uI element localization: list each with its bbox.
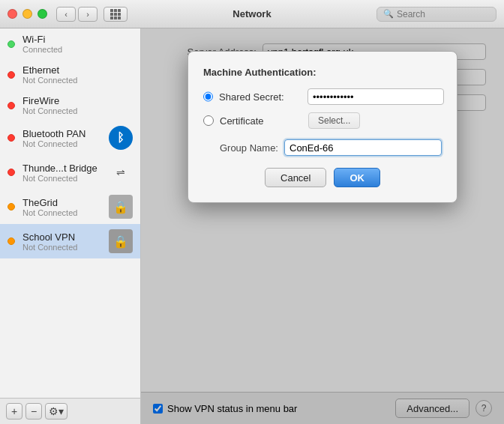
sidebar-item-name-thunderbolt: Thunde...t Bridge xyxy=(22,163,109,174)
grid-icon xyxy=(110,9,121,19)
title-bar: ‹ › Network 🔍 xyxy=(0,0,504,28)
sidebar-item-status-firewire: Not Connected xyxy=(22,106,133,115)
search-icon: 🔍 xyxy=(383,9,394,19)
sidebar-item-name-firewire: FireWire xyxy=(22,95,133,106)
certificate-radio[interactable] xyxy=(203,115,214,126)
status-dot-school-vpn xyxy=(8,237,15,245)
remove-button[interactable]: − xyxy=(26,403,42,420)
sidebar-item-status-bluetooth: Not Connected xyxy=(22,139,109,148)
group-name-input[interactable] xyxy=(284,139,442,156)
sidebar-item-status-ethernet: Not Connected xyxy=(22,76,133,85)
content-area: Server Address: Account Name: Password: … xyxy=(141,28,504,424)
sidebar-item-thegrid[interactable]: TheGrid Not Connected 🔒 xyxy=(0,190,140,224)
sidebar: Wi-Fi Connected Ethernet Not Connected F… xyxy=(0,28,141,424)
sidebar-footer: + − ⚙▾ xyxy=(0,398,140,424)
thegrid-icon: 🔒 xyxy=(109,195,133,219)
sidebar-item-status-thegrid: Not Connected xyxy=(22,208,109,217)
certificate-row: Certificate Select... xyxy=(203,112,442,129)
sidebar-item-firewire[interactable]: FireWire Not Connected xyxy=(0,90,140,121)
sidebar-item-ethernet[interactable]: Ethernet Not Connected xyxy=(0,59,140,90)
school-vpn-icon: 🔒 xyxy=(109,229,133,253)
sidebar-item-name-wifi: Wi-Fi xyxy=(22,34,133,45)
status-dot-thunderbolt xyxy=(8,169,15,176)
sidebar-item-school-vpn[interactable]: School VPN Not Connected 🔒 xyxy=(0,224,140,258)
machine-auth-dialog: Machine Authentication: Shared Secret: C… xyxy=(188,51,458,203)
status-dot-firewire xyxy=(8,102,15,109)
sidebar-item-status-school-vpn: Not Connected xyxy=(22,243,109,252)
group-name-row: Group Name: xyxy=(203,139,442,156)
minimize-button[interactable] xyxy=(22,9,32,19)
search-bar[interactable]: 🔍 xyxy=(376,7,496,22)
window-title: Network xyxy=(232,8,271,19)
dialog-buttons: Cancel OK xyxy=(203,168,442,187)
shared-secret-input[interactable] xyxy=(308,88,444,105)
thunderbolt-icon: ⇌ xyxy=(109,160,133,184)
select-button[interactable]: Select... xyxy=(308,112,360,129)
status-dot-wifi xyxy=(8,40,15,48)
sidebar-item-name-bluetooth: Bluetooth PAN xyxy=(22,128,109,139)
back-button[interactable]: ‹ xyxy=(56,7,76,22)
cancel-button[interactable]: Cancel xyxy=(265,168,326,187)
traffic-lights xyxy=(8,9,47,19)
ok-button[interactable]: OK xyxy=(334,168,380,187)
sidebar-item-thunderbolt[interactable]: Thunde...t Bridge Not Connected ⇌ xyxy=(0,155,140,190)
close-button[interactable] xyxy=(8,9,17,19)
sidebar-item-wifi[interactable]: Wi-Fi Connected xyxy=(0,28,140,59)
sidebar-item-status-thunderbolt: Not Connected xyxy=(22,174,109,183)
sidebar-item-bluetooth-pan[interactable]: Bluetooth PAN Not Connected ᛒ xyxy=(0,121,140,155)
gear-button[interactable]: ⚙▾ xyxy=(45,403,68,420)
sidebar-item-name-school-vpn: School VPN xyxy=(22,231,109,243)
sidebar-list: Wi-Fi Connected Ethernet Not Connected F… xyxy=(0,28,140,398)
bluetooth-icon: ᛒ xyxy=(109,126,133,150)
grid-button[interactable] xyxy=(104,7,128,22)
sidebar-item-status-wifi: Connected xyxy=(22,45,133,54)
shared-secret-radio[interactable] xyxy=(203,91,213,102)
dialog-title: Machine Authentication: xyxy=(203,67,442,78)
auth-radio-group: Shared Secret: Certificate Select... xyxy=(203,88,442,129)
main-layout: Wi-Fi Connected Ethernet Not Connected F… xyxy=(0,28,504,424)
group-name-label: Group Name: xyxy=(203,142,278,154)
sidebar-item-name-thegrid: TheGrid xyxy=(22,197,109,208)
shared-secret-label: Shared Secret: xyxy=(219,91,302,103)
status-dot-ethernet xyxy=(8,71,15,79)
forward-button[interactable]: › xyxy=(78,7,98,22)
status-dot-thegrid xyxy=(8,203,15,211)
maximize-button[interactable] xyxy=(38,9,47,19)
nav-buttons: ‹ › xyxy=(56,7,98,22)
search-input[interactable] xyxy=(397,9,490,19)
add-button[interactable]: + xyxy=(6,403,22,420)
dialog-overlay: Machine Authentication: Shared Secret: C… xyxy=(141,28,504,424)
shared-secret-row: Shared Secret: xyxy=(203,88,442,105)
status-dot-bluetooth xyxy=(8,134,15,142)
sidebar-item-name-ethernet: Ethernet xyxy=(22,64,133,76)
certificate-label: Certificate xyxy=(220,115,302,127)
